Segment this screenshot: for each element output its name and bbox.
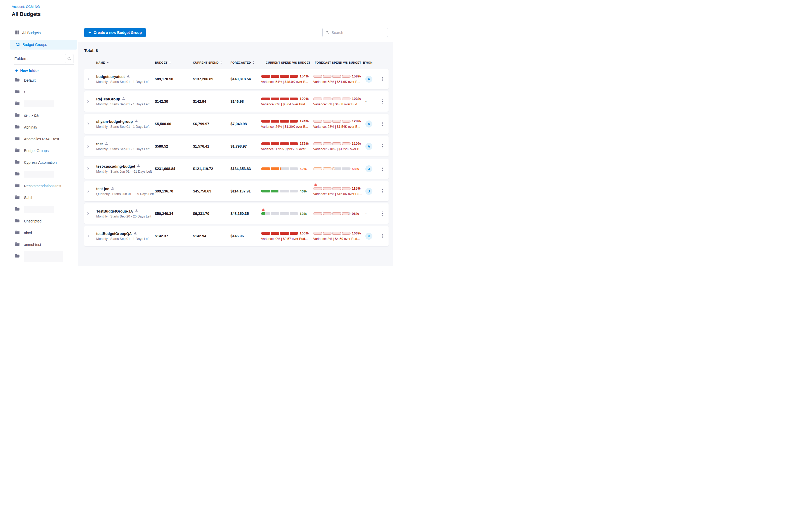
expand-chevron-icon[interactable]	[86, 189, 90, 193]
hierarchy-icon	[104, 142, 108, 146]
progress-bar	[313, 97, 350, 100]
current-spend-value: $6,799.97	[191, 122, 228, 126]
search-icon	[325, 31, 329, 34]
create-budget-group-button[interactable]: + Create a new Budget Group	[84, 28, 146, 37]
account-breadcrumb-link[interactable]: Account: CCM-NG	[12, 5, 40, 8]
bar-percentage: 46%	[300, 189, 307, 193]
table-row[interactable]: test Monthly | Starts Sep 01 - 1 Days Le…	[84, 136, 388, 156]
budget-group-name[interactable]: TestBudgetGroup-JA	[96, 209, 133, 213]
new-folder-button[interactable]: + New folder	[15, 69, 78, 73]
table-row[interactable]: TestBudgetGroup-JA Monthly | Starts Sep …	[84, 204, 388, 224]
folder-item[interactable]: abcd	[6, 227, 78, 239]
bar-percentage: 154%	[300, 74, 309, 78]
folder-item[interactable]: !	[6, 86, 78, 98]
budget-group-name[interactable]: test-joe	[96, 187, 109, 191]
expand-chevron-icon[interactable]	[86, 212, 90, 215]
column-header-name[interactable]: NAME	[92, 61, 153, 64]
row-menu-button[interactable]	[381, 143, 384, 150]
folder-item[interactable]: Unscripted	[6, 215, 78, 227]
expand-chevron-icon[interactable]	[86, 167, 90, 171]
current-spend-value: $1,576.41	[191, 144, 228, 148]
folder-item[interactable]	[6, 262, 78, 266]
expand-chevron-icon[interactable]	[86, 100, 90, 103]
forecasted-value: $134,353.83	[228, 167, 261, 171]
budget-value: $99,136.70	[153, 189, 191, 193]
column-header-current-spend[interactable]: CURRENT SPEND	[191, 61, 228, 64]
folder-item[interactable]: Abhinav	[6, 121, 78, 133]
row-menu-button[interactable]	[381, 98, 384, 105]
folder-item[interactable]: Recommendations test	[6, 180, 78, 192]
page-title: All Budgets	[12, 11, 399, 17]
folder-item[interactable]	[6, 250, 78, 262]
bar-percentage: 124%	[300, 119, 309, 123]
folder-item[interactable]	[6, 204, 78, 215]
folder-item[interactable]	[6, 98, 78, 110]
folder-item[interactable]	[6, 168, 78, 180]
sidebar-item-all-budgets[interactable]: All Budgets	[10, 28, 77, 38]
folder-item[interactable]: Cypress Automation	[6, 156, 78, 168]
folder-item[interactable]: @ . > &&	[6, 110, 78, 121]
bar-percentage: 158%	[352, 74, 361, 78]
table-row[interactable]: test-joe Quarterly | Starts Jun 01 - -29…	[84, 181, 388, 201]
search-input[interactable]	[331, 30, 385, 35]
folder-item[interactable]: Sahil	[6, 192, 78, 204]
bar-percentage: 12%	[300, 212, 307, 216]
progress-bar	[313, 120, 350, 122]
hierarchy-icon	[135, 209, 138, 213]
progress-bar	[261, 212, 298, 215]
budget-value: $580.52	[153, 144, 191, 148]
row-menu-button[interactable]	[381, 210, 384, 217]
row-menu-button[interactable]	[381, 121, 384, 127]
folder-name: !	[24, 90, 25, 94]
folder-icon	[15, 125, 20, 129]
row-menu-button[interactable]	[381, 188, 384, 194]
progress-bar	[261, 232, 298, 235]
folder-icon	[15, 195, 20, 200]
expand-chevron-icon[interactable]	[86, 77, 90, 81]
folder-item[interactable]: anmol-test	[6, 239, 78, 250]
row-menu-button[interactable]	[381, 233, 384, 240]
folder-item[interactable]: Default	[6, 74, 78, 86]
app-window: Account: CCM-NG All Budgets All Budgets …	[6, 0, 399, 266]
table-row[interactable]: budgetsuryatest Monthly | Starts Sep 01 …	[84, 69, 388, 89]
budget-group-name[interactable]: test-cascading-budget	[96, 164, 135, 169]
folder-icon	[15, 266, 20, 266]
budget-group-name[interactable]: shyam-budget-group	[96, 119, 133, 124]
table-row[interactable]: testBudgetGroupQA Monthly | Starts Sep 0…	[84, 226, 388, 246]
expand-chevron-icon[interactable]	[86, 234, 90, 238]
owner-avatar: K	[365, 233, 373, 240]
table-row[interactable]: test-cascading-budget Monthly | Starts J…	[84, 158, 388, 179]
budget-group-schedule: Monthly | Starts Sep 01 - 1 Days Left	[96, 237, 153, 241]
budget-group-name[interactable]: budgetsuryatest	[96, 75, 125, 79]
forecasted-value: $114,137.91	[228, 189, 261, 193]
current-spend-value: $137,206.89	[191, 77, 228, 81]
budget-group-name[interactable]: testBudgetGroupQA	[96, 232, 132, 236]
forecast-vs-budget-cell: 96%	[313, 204, 362, 224]
row-menu-button[interactable]	[381, 76, 384, 82]
table-row[interactable]: shyam-budget-group Monthly | Starts Sep …	[84, 114, 388, 134]
sidebar-item-budget-groups[interactable]: Budget Groups	[10, 40, 77, 50]
budget-group-name[interactable]: test	[96, 142, 103, 146]
budget-value: $50,240.34	[153, 211, 191, 216]
table-row[interactable]: RajTestGroup Monthly | Starts Sep 01 - 1…	[84, 91, 388, 112]
progress-bar	[261, 120, 298, 122]
expand-chevron-icon[interactable]	[86, 122, 90, 126]
folder-icon	[15, 90, 20, 94]
sidebar: All Budgets Budget Groups Folders + New …	[6, 23, 78, 266]
hierarchy-icon	[111, 187, 114, 191]
current-vs-budget-cell: 124%Variance: 24% | $1.30K over B...	[261, 114, 313, 134]
bar-percentage: 115%	[352, 187, 361, 190]
budget-group-schedule: Monthly | Starts Sep 01 - 1 Days Left	[96, 80, 153, 84]
column-header-forecasted[interactable]: FORECASTED	[228, 61, 261, 64]
budget-group-schedule: Monthly | Starts Sep 01 - 1 Days Left	[96, 147, 153, 151]
folder-item[interactable]: Budget Groups	[6, 145, 78, 156]
folder-search-button[interactable]	[65, 54, 74, 63]
progress-bar	[313, 167, 350, 170]
folder-item[interactable]: Anomalies RBAC test	[6, 133, 78, 145]
column-header-budget[interactable]: BUDGET	[153, 61, 191, 64]
row-menu-button[interactable]	[381, 166, 384, 172]
budget-group-name[interactable]: RajTestGroup	[96, 97, 120, 101]
by-on-cell: A	[362, 120, 377, 128]
forecasted-value: $1,798.97	[228, 144, 261, 148]
expand-chevron-icon[interactable]	[86, 145, 90, 148]
